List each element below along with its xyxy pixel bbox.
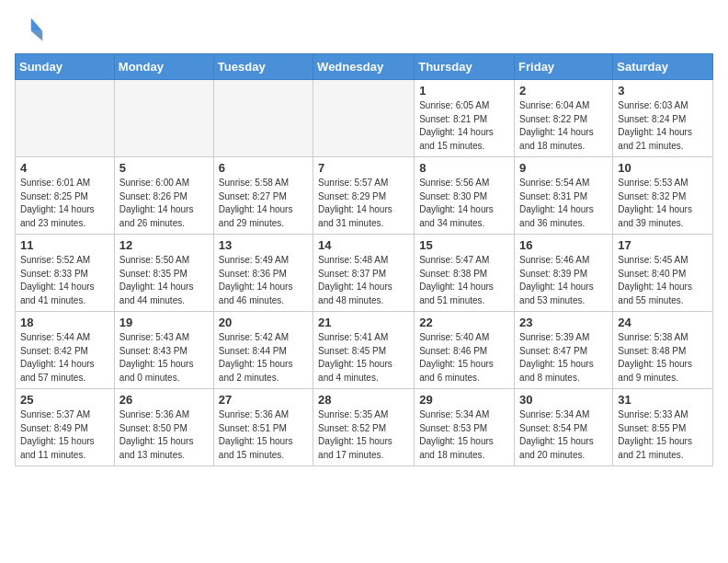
day-number: 8	[419, 161, 509, 175]
day-info: Sunrise: 5:38 AMSunset: 8:48 PMDaylight:…	[618, 331, 708, 385]
calendar-day: 26Sunrise: 5:36 AMSunset: 8:50 PMDayligh…	[114, 389, 213, 466]
calendar-day: 30Sunrise: 5:34 AMSunset: 8:54 PMDayligh…	[515, 389, 613, 466]
calendar-week-5: 25Sunrise: 5:37 AMSunset: 8:49 PMDayligh…	[16, 389, 713, 466]
day-number: 4	[20, 161, 109, 175]
day-info: Sunrise: 5:42 AMSunset: 8:44 PMDaylight:…	[219, 331, 308, 385]
day-info: Sunrise: 5:57 AMSunset: 8:29 PMDaylight:…	[318, 177, 409, 230]
day-info: Sunrise: 5:34 AMSunset: 8:53 PMDaylight:…	[419, 408, 509, 462]
day-number: 26	[119, 393, 209, 407]
weekday-header-saturday: Saturday	[613, 54, 713, 80]
calendar-day: 16Sunrise: 5:46 AMSunset: 8:39 PMDayligh…	[515, 235, 613, 312]
calendar-day: 25Sunrise: 5:37 AMSunset: 8:49 PMDayligh…	[16, 389, 115, 466]
day-info: Sunrise: 5:36 AMSunset: 8:50 PMDaylight:…	[119, 408, 209, 462]
calendar-day: 3Sunrise: 6:03 AMSunset: 8:24 PMDaylight…	[613, 80, 713, 157]
day-number: 15	[419, 238, 509, 252]
calendar-day: 7Sunrise: 5:57 AMSunset: 8:29 PMDaylight…	[313, 157, 415, 235]
day-info: Sunrise: 6:04 AMSunset: 8:22 PMDaylight:…	[519, 99, 608, 153]
calendar-body: 1Sunrise: 6:05 AMSunset: 8:21 PMDaylight…	[16, 80, 713, 466]
day-info: Sunrise: 5:36 AMSunset: 8:51 PMDaylight:…	[219, 408, 308, 462]
calendar-week-3: 11Sunrise: 5:52 AMSunset: 8:33 PMDayligh…	[16, 235, 713, 312]
day-info: Sunrise: 6:01 AMSunset: 8:25 PMDaylight:…	[20, 177, 109, 230]
day-info: Sunrise: 5:39 AMSunset: 8:47 PMDaylight:…	[519, 331, 608, 385]
calendar-day: 6Sunrise: 5:58 AMSunset: 8:27 PMDaylight…	[213, 157, 313, 235]
calendar-week-4: 18Sunrise: 5:44 AMSunset: 8:42 PMDayligh…	[16, 312, 713, 389]
day-number: 19	[119, 316, 209, 329]
calendar-day: 15Sunrise: 5:47 AMSunset: 8:38 PMDayligh…	[415, 235, 515, 312]
calendar-day	[213, 80, 313, 157]
day-number: 17	[618, 238, 708, 252]
calendar-day: 5Sunrise: 6:00 AMSunset: 8:26 PMDaylight…	[114, 157, 213, 235]
day-number: 16	[519, 238, 608, 252]
day-info: Sunrise: 5:56 AMSunset: 8:30 PMDaylight:…	[419, 177, 509, 230]
weekday-header-tuesday: Tuesday	[213, 54, 313, 80]
day-info: Sunrise: 5:54 AMSunset: 8:31 PMDaylight:…	[519, 177, 608, 230]
day-number: 30	[519, 393, 608, 407]
calendar-day: 31Sunrise: 5:33 AMSunset: 8:55 PMDayligh…	[613, 389, 713, 466]
day-number: 14	[318, 238, 409, 252]
calendar-day: 22Sunrise: 5:40 AMSunset: 8:46 PMDayligh…	[415, 312, 515, 389]
calendar-day: 21Sunrise: 5:41 AMSunset: 8:45 PMDayligh…	[313, 312, 415, 389]
day-number: 10	[618, 161, 708, 175]
calendar-day: 4Sunrise: 6:01 AMSunset: 8:25 PMDaylight…	[16, 157, 115, 235]
day-number: 22	[419, 316, 509, 329]
day-number: 5	[119, 161, 209, 175]
calendar-week-2: 4Sunrise: 6:01 AMSunset: 8:25 PMDaylight…	[16, 157, 713, 235]
day-number: 1	[419, 84, 509, 98]
calendar-day: 24Sunrise: 5:38 AMSunset: 8:48 PMDayligh…	[613, 312, 713, 389]
day-info: Sunrise: 6:03 AMSunset: 8:24 PMDaylight:…	[618, 99, 708, 153]
day-number: 28	[318, 393, 409, 407]
svg-marker-1	[31, 31, 42, 41]
logo-icon	[15, 15, 44, 44]
day-info: Sunrise: 5:47 AMSunset: 8:38 PMDaylight:…	[419, 254, 509, 307]
calendar-day: 2Sunrise: 6:04 AMSunset: 8:22 PMDaylight…	[515, 80, 613, 157]
calendar-day: 11Sunrise: 5:52 AMSunset: 8:33 PMDayligh…	[16, 235, 115, 312]
weekday-header-thursday: Thursday	[415, 54, 515, 80]
calendar-day: 18Sunrise: 5:44 AMSunset: 8:42 PMDayligh…	[16, 312, 115, 389]
day-number: 3	[618, 84, 708, 98]
svg-marker-0	[31, 18, 42, 31]
calendar-day: 10Sunrise: 5:53 AMSunset: 8:32 PMDayligh…	[613, 157, 713, 235]
day-info: Sunrise: 5:50 AMSunset: 8:35 PMDaylight:…	[119, 254, 209, 307]
calendar-week-1: 1Sunrise: 6:05 AMSunset: 8:21 PMDaylight…	[16, 80, 713, 157]
day-info: Sunrise: 5:33 AMSunset: 8:55 PMDaylight:…	[618, 408, 708, 462]
weekday-header-row: SundayMondayTuesdayWednesdayThursdayFrid…	[16, 54, 713, 80]
calendar-day: 9Sunrise: 5:54 AMSunset: 8:31 PMDaylight…	[515, 157, 613, 235]
calendar-day: 23Sunrise: 5:39 AMSunset: 8:47 PMDayligh…	[515, 312, 613, 389]
day-info: Sunrise: 5:46 AMSunset: 8:39 PMDaylight:…	[519, 254, 608, 307]
day-info: Sunrise: 5:45 AMSunset: 8:40 PMDaylight:…	[618, 254, 708, 307]
calendar-day: 27Sunrise: 5:36 AMSunset: 8:51 PMDayligh…	[213, 389, 313, 466]
day-info: Sunrise: 5:58 AMSunset: 8:27 PMDaylight:…	[219, 177, 308, 230]
day-info: Sunrise: 5:44 AMSunset: 8:42 PMDaylight:…	[20, 331, 109, 385]
day-number: 7	[318, 161, 409, 175]
calendar-table: SundayMondayTuesdayWednesdayThursdayFrid…	[15, 53, 713, 466]
day-number: 9	[519, 161, 608, 175]
calendar-day: 8Sunrise: 5:56 AMSunset: 8:30 PMDaylight…	[415, 157, 515, 235]
day-number: 18	[20, 316, 109, 329]
calendar-day: 13Sunrise: 5:49 AMSunset: 8:36 PMDayligh…	[213, 235, 313, 312]
day-info: Sunrise: 5:37 AMSunset: 8:49 PMDaylight:…	[20, 408, 109, 462]
weekday-header-wednesday: Wednesday	[313, 54, 415, 80]
day-info: Sunrise: 5:49 AMSunset: 8:36 PMDaylight:…	[219, 254, 308, 307]
day-info: Sunrise: 5:35 AMSunset: 8:52 PMDaylight:…	[318, 408, 409, 462]
day-number: 21	[318, 316, 409, 329]
day-info: Sunrise: 5:52 AMSunset: 8:33 PMDaylight:…	[20, 254, 109, 307]
calendar-day	[16, 80, 115, 157]
calendar-day: 28Sunrise: 5:35 AMSunset: 8:52 PMDayligh…	[313, 389, 415, 466]
day-info: Sunrise: 5:34 AMSunset: 8:54 PMDaylight:…	[519, 408, 608, 462]
calendar-day: 20Sunrise: 5:42 AMSunset: 8:44 PMDayligh…	[213, 312, 313, 389]
day-number: 24	[618, 316, 708, 329]
day-number: 23	[519, 316, 608, 329]
day-number: 2	[519, 84, 608, 98]
day-info: Sunrise: 5:41 AMSunset: 8:45 PMDaylight:…	[318, 331, 409, 385]
calendar-day: 12Sunrise: 5:50 AMSunset: 8:35 PMDayligh…	[114, 235, 213, 312]
day-number: 20	[219, 316, 308, 329]
weekday-header-friday: Friday	[515, 54, 613, 80]
calendar-day	[114, 80, 213, 157]
weekday-header-sunday: Sunday	[16, 54, 115, 80]
day-number: 25	[20, 393, 109, 407]
page-header	[15, 15, 713, 44]
day-number: 12	[119, 238, 209, 252]
day-number: 11	[20, 238, 109, 252]
calendar-day: 19Sunrise: 5:43 AMSunset: 8:43 PMDayligh…	[114, 312, 213, 389]
day-number: 6	[219, 161, 308, 175]
